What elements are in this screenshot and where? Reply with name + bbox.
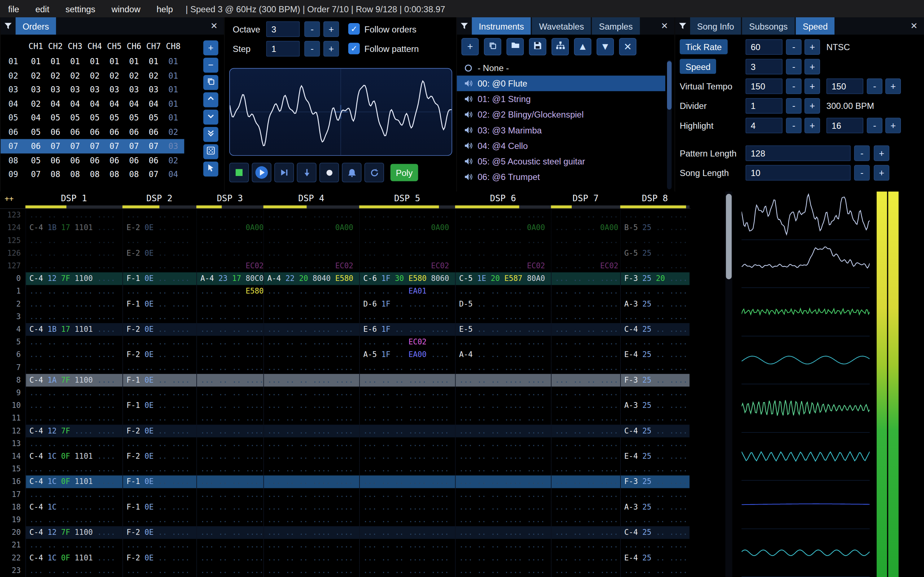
follow-pattern-checkbox[interactable]: ✓ (348, 43, 360, 54)
order-row[interactable]: 090708080808080704 (1, 167, 184, 181)
step-decrement-button[interactable]: - (304, 41, 320, 56)
pattern-cell[interactable]: F-3 25 .. .... (620, 475, 690, 488)
pattern-scrollbar[interactable] (725, 192, 732, 577)
order-cell[interactable]: 04 (26, 113, 45, 122)
pattern-cell[interactable]: ... .. .. .... .... (25, 247, 122, 259)
step-increment-button[interactable]: + (323, 41, 339, 56)
pattern-cell[interactable]: D-5 .. .. .... .... (455, 298, 551, 311)
pattern-cell[interactable]: ... .. .. .... .... (25, 311, 122, 323)
pattern-cell[interactable]: ... .. .. .... (122, 463, 196, 475)
duplicate-instrument-button[interactable] (484, 38, 501, 56)
pattern-cell[interactable]: B-5 25 .. .... (620, 221, 690, 234)
pattern-cell[interactable]: ... .. .. .... (122, 259, 196, 272)
pattern-cell[interactable]: ... .. .. .... (551, 552, 620, 564)
order-cell[interactable]: 04 (85, 99, 104, 108)
pattern-cell[interactable]: F-2 0E .. .... (122, 552, 196, 564)
order-cell[interactable]: 07 (105, 141, 124, 151)
pattern-cell[interactable]: ... .. .. .... (196, 501, 263, 514)
stop-button[interactable] (229, 163, 249, 182)
channel-header[interactable]: DSP 6 (455, 192, 551, 208)
pattern-cell[interactable]: F-3 25 .. .... (620, 374, 690, 387)
tab-instruments[interactable]: Instruments (472, 17, 531, 35)
pattern-cell[interactable]: ... .. .. .... (196, 412, 263, 424)
order-cell[interactable]: 03 (65, 85, 85, 95)
order-cell[interactable]: 06 (124, 156, 144, 165)
highlight-second-decrement-button[interactable]: - (867, 118, 882, 133)
pattern-cell[interactable]: ... .. .. .... (551, 463, 620, 475)
pattern-cell[interactable]: ... .. .. .... .... (25, 285, 122, 298)
pattern-cell[interactable]: ... .. .. .... .... (25, 348, 122, 361)
pattern-cell[interactable]: ... .. .. .... (620, 336, 690, 348)
instrument-item[interactable]: - None - (457, 60, 666, 76)
pattern-cell[interactable]: ... .. .. .... (196, 336, 263, 348)
pattern-cell[interactable]: ... .. .. .... (122, 361, 196, 374)
order-cell[interactable]: 04 (124, 99, 144, 108)
pattern-cell[interactable]: ... .. .. .... (196, 526, 263, 539)
pattern-cell[interactable]: ... .. .. .... (551, 285, 620, 298)
pattern-cell[interactable]: ... .. .. .... .... (359, 501, 455, 514)
order-cell[interactable]: 06 (45, 156, 65, 165)
pattern-cell[interactable]: ... .. .. EC02 .... (359, 336, 455, 348)
instrument-scrollbar[interactable] (667, 60, 672, 189)
tab-samples[interactable]: Samples (592, 17, 640, 35)
pattern-cell[interactable]: ... .. .. .... .... (455, 247, 551, 259)
order-cell[interactable]: 07 (65, 141, 85, 151)
tick-rate-increment-button[interactable]: + (804, 39, 820, 55)
pattern-cell[interactable]: ... .. .. .... .... (263, 463, 360, 475)
song-close-button[interactable]: ✕ (904, 21, 924, 31)
pattern-cell[interactable]: F-1 0E .. .... (122, 298, 196, 311)
pattern-cell[interactable]: ... .. .. .... .... (455, 539, 551, 551)
song-length-input[interactable]: 10 (746, 165, 851, 181)
pattern-cell[interactable]: ... .. .. .... (196, 348, 263, 361)
orders-tab[interactable]: Orders (16, 17, 56, 35)
pattern-cell[interactable]: ... .. .. .... (196, 234, 263, 247)
pattern-cell[interactable]: ... .. .. .... (551, 272, 620, 285)
pattern-cell[interactable]: ... .. .. .... 0A00 (263, 221, 360, 234)
order-cell[interactable]: 08 (65, 170, 85, 179)
move-instrument-up-button[interactable]: ▲ (574, 38, 591, 56)
pattern-cell[interactable]: ... .. .. .... (551, 247, 620, 259)
pattern-cell[interactable]: ... .. .. .... .... (25, 336, 122, 348)
pattern-cell[interactable]: ... .. .. .... (122, 488, 196, 501)
pattern-cell[interactable]: C-4 25 .. .... (620, 323, 690, 336)
order-row[interactable]: 080506060606060602 (1, 153, 184, 167)
highlight-first-input[interactable]: 4 (746, 118, 782, 133)
pattern-cell[interactable]: D-6 1F .. .... .... (359, 298, 455, 311)
tab-song-info[interactable]: Song Info (690, 17, 741, 35)
octave-increment-button[interactable]: + (323, 21, 339, 37)
order-cell[interactable]: 07 (26, 170, 45, 179)
order-row[interactable]: 060506060606060602 (1, 125, 184, 139)
pattern-cell[interactable]: ... .. .. .... .... (263, 539, 360, 551)
pattern-cell[interactable]: ... .. .. .... .... (25, 259, 122, 272)
virtual-tempo-den-increment-button[interactable]: + (885, 79, 901, 94)
pattern-cell[interactable]: F-1 0E .. .... (122, 374, 196, 387)
funnel-icon[interactable] (457, 22, 472, 30)
pattern-cell[interactable]: ... .. .. E580 (196, 285, 263, 298)
pattern-cell[interactable]: ... .. .. .... (551, 437, 620, 450)
pattern-cell[interactable]: ... .. .. .... (196, 399, 263, 412)
order-cell[interactable]: 06 (65, 156, 85, 165)
pattern-cell[interactable]: ... .. .. .... .... (455, 552, 551, 564)
pattern-cell[interactable]: ... .. .. .... .... (263, 311, 360, 323)
pattern-cell[interactable]: ... .. .. .... (620, 285, 690, 298)
pattern-cell[interactable]: C-6 1F 30 E580 8060 (359, 272, 455, 285)
pattern-cell[interactable]: F-1 0E .. .... (122, 272, 196, 285)
pattern-cell[interactable]: ... .. .. .... .... (263, 336, 360, 348)
order-duplicate-button[interactable] (203, 75, 218, 90)
pattern-cell[interactable]: ... .. .. .... (196, 475, 263, 488)
pattern-cell[interactable]: ... .. .. .... .... (263, 450, 360, 463)
order-cell[interactable]: 06 (65, 127, 85, 137)
pattern-cell[interactable]: E-2 0E .. .... (122, 247, 196, 259)
pattern-cell[interactable]: ... .. .. .... (551, 488, 620, 501)
repeat-pattern-button[interactable] (365, 163, 384, 182)
pattern-cell[interactable]: F-1 0E .. .... (122, 501, 196, 514)
pattern-cell[interactable]: ... .. .. .... .... (263, 298, 360, 311)
instruments-close-button[interactable]: ✕ (654, 21, 674, 31)
order-cell[interactable]: 07 (85, 141, 104, 151)
pattern-cell[interactable]: ... .. .. .... .... (263, 425, 360, 437)
pattern-cell[interactable]: ... .. .. .... .... (25, 387, 122, 399)
pattern-cell[interactable]: ... .. .. .... .... (263, 501, 360, 514)
channel-header[interactable]: DSP 5 (359, 192, 455, 208)
pattern-cell[interactable]: ... .. .. .... (551, 361, 620, 374)
pattern-cell[interactable]: C-4 25 .. .... (620, 425, 690, 437)
